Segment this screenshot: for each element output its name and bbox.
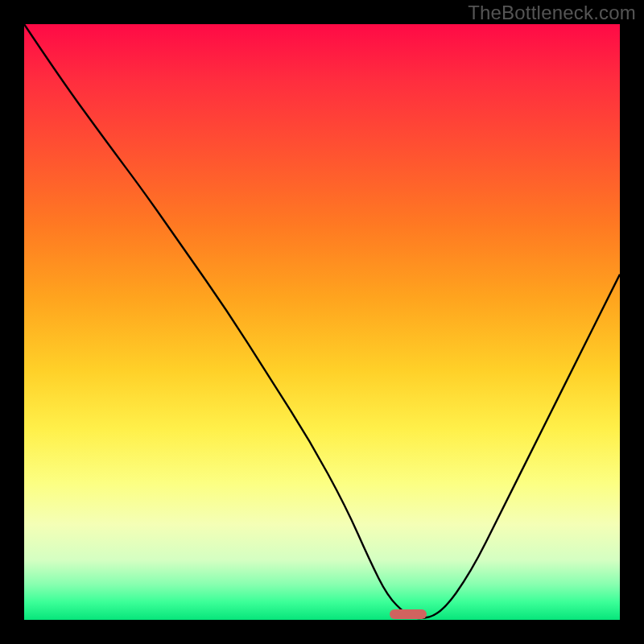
optimal-marker bbox=[390, 609, 427, 619]
chart-frame: TheBottleneck.com bbox=[0, 0, 644, 644]
plot-area bbox=[24, 24, 620, 620]
bottleneck-curve bbox=[24, 24, 620, 620]
watermark-text: TheBottleneck.com bbox=[468, 2, 636, 24]
